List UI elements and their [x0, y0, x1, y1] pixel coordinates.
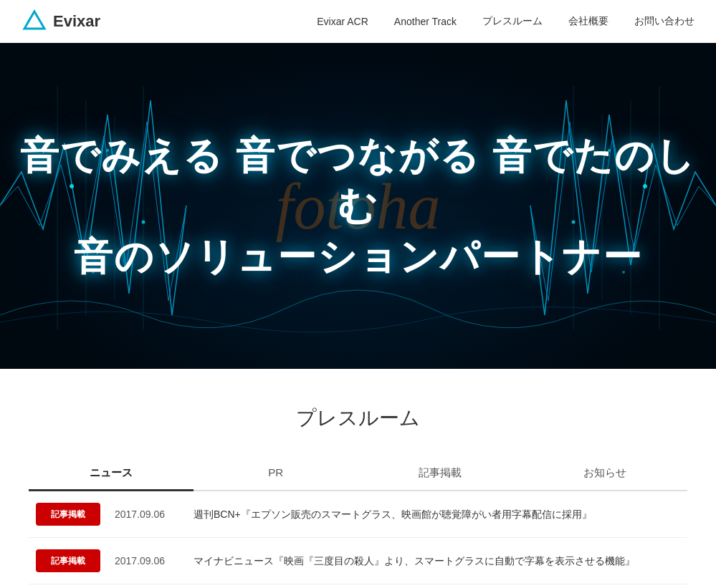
news-item-2: 記事掲載 2017.09.06 マイナビニュース『映画『三度目の殺人』より、スマ… [29, 538, 687, 584]
tab-pr[interactable]: PR [194, 458, 358, 490]
news-item-1: 記事掲載 2017.09.06 週刊BCN+『エプソン販売のスマートグラス、映画… [29, 491, 687, 538]
hero-line2: 音のソリューションパートナー [0, 231, 716, 281]
press-tabs: ニュース PR 記事掲載 お知らせ [29, 458, 687, 491]
news-list: 記事掲載 2017.09.06 週刊BCN+『エプソン販売のスマートグラス、映画… [29, 491, 687, 588]
main-nav: Evixar ACR Another Track プレスルーム 会社概要 お問い… [317, 15, 694, 28]
news-badge-1: 記事掲載 [36, 503, 100, 526]
nav-company[interactable]: 会社概要 [568, 15, 608, 28]
hero-line1: 音でみえる 音でつながる 音でたのしむ [0, 130, 716, 231]
nav-evixar-acr[interactable]: Evixar ACR [317, 16, 368, 27]
news-desc-2[interactable]: マイナビニュース『映画『三度目の殺人』より、スマートグラスに自動で字幕を表示させ… [194, 554, 635, 569]
logo[interactable]: Evixar [22, 9, 100, 34]
news-badge-2: 記事掲載 [36, 549, 100, 572]
nav-contact[interactable]: お問い合わせ [634, 15, 694, 28]
logo-icon [22, 9, 47, 34]
tab-articles[interactable]: 記事掲載 [358, 458, 523, 490]
svg-marker-0 [24, 11, 44, 29]
news-date-1: 2017.09.06 [115, 509, 179, 520]
news-item-3: 記事掲載 2017.09.06 日本経済新聞 電子版『日本語字幕と音声ガイドでバ… [29, 584, 687, 588]
press-room-section: プレスルーム ニュース PR 記事掲載 お知らせ 記事掲載 2017.09.06… [0, 369, 716, 588]
svg-line-1 [27, 11, 34, 23]
nav-press-room[interactable]: プレスルーム [482, 15, 543, 28]
header: Evixar Evixar ACR Another Track プレスルーム 会… [0, 0, 716, 43]
logo-text: Evixar [53, 12, 100, 31]
hero-section: fotoha 音でみえる 音でつながる 音でたのしむ 音のソリューションパートナ… [0, 43, 716, 369]
tab-notices[interactable]: お知らせ [522, 458, 687, 490]
hero-text: 音でみえる 音でつながる 音でたのしむ 音のソリューションパートナー [0, 130, 716, 281]
nav-another-track[interactable]: Another Track [394, 16, 457, 27]
tab-news[interactable]: ニュース [29, 458, 194, 490]
press-section-title: プレスルーム [29, 405, 687, 432]
news-date-2: 2017.09.06 [115, 555, 179, 567]
news-desc-1[interactable]: 週刊BCN+『エプソン販売のスマートグラス、映画館が聴覚障がい者用字幕配信に採用… [194, 507, 592, 522]
